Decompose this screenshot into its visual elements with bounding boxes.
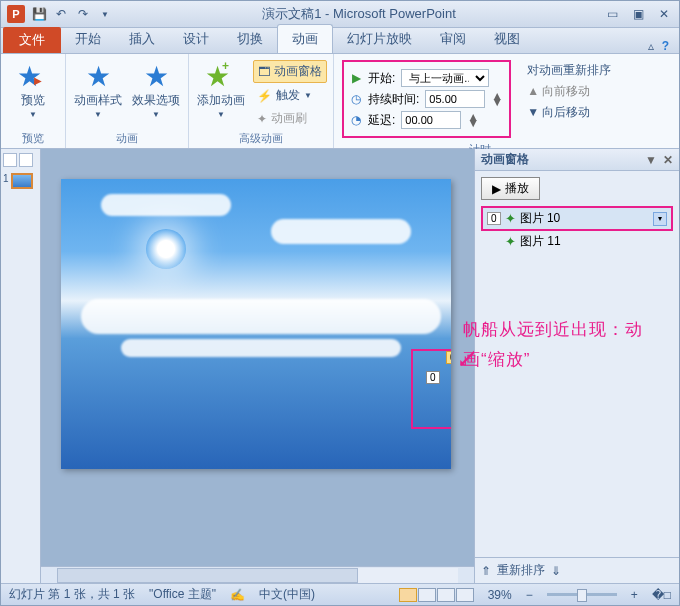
style-star-icon: ★ — [82, 60, 114, 92]
horizontal-scrollbar[interactable] — [41, 566, 474, 583]
statusbar: 幻灯片 第 1 张，共 1 张 "Office 主题" ✍ 中文(中国) 39%… — [1, 583, 679, 605]
pane-dropdown-icon[interactable]: ▼ — [645, 153, 657, 167]
workspace: 1 0 0 帆船从远到近出现：动画“缩放 — [1, 149, 679, 583]
add-star-icon: ★+ — [205, 60, 237, 92]
reorder-up-icon[interactable]: ⇑ — [481, 564, 491, 578]
ribbon-tabs: 文件 开始 插入 设计 切换 动画 幻灯片放映 审阅 视图 ▵ ? — [1, 28, 679, 54]
delay-spinner[interactable]: ▲▼ — [467, 114, 479, 126]
sun-graphic — [146, 229, 186, 269]
outline-tab-icon[interactable] — [19, 153, 33, 167]
qat-dropdown-icon[interactable]: ▼ — [95, 4, 115, 24]
animation-tag-1[interactable]: 0 — [426, 371, 440, 384]
theme-indicator: "Office 主题" — [149, 586, 216, 603]
tab-home[interactable]: 开始 — [61, 25, 115, 53]
group-timing: ▶ 开始: 与上一动画... ◷ 持续时间: ▲▼ ◔ 延迟: ▲▼ — [334, 54, 625, 148]
window-title: 演示文稿1 - Microsoft PowerPoint — [115, 5, 603, 23]
slide-thumbnail[interactable]: 1 — [3, 173, 38, 189]
pane-footer: ⇑ 重新排序 ⇓ — [475, 557, 679, 583]
animation-pane-button[interactable]: 🗔动画窗格 — [253, 60, 327, 83]
tab-review[interactable]: 审阅 — [426, 25, 480, 53]
language-indicator[interactable]: 中文(中国) — [259, 586, 315, 603]
tab-insert[interactable]: 插入 — [115, 25, 169, 53]
delay-label: 延迟: — [368, 112, 395, 129]
animation-item-selected[interactable]: 0 ✦ 图片 10 ▾ — [481, 206, 673, 231]
zoom-out-icon[interactable]: − — [526, 588, 533, 602]
spellcheck-icon[interactable]: ✍ — [230, 588, 245, 602]
slide-canvas-area[interactable]: 0 0 — [41, 149, 474, 583]
cloud-graphic — [101, 194, 231, 216]
window-controls: ▭ ▣ ✕ — [603, 5, 673, 23]
start-label: 开始: — [368, 70, 395, 87]
undo-icon[interactable]: ↶ — [51, 4, 71, 24]
maximize-icon[interactable]: ▣ — [629, 5, 647, 23]
zoom-slider[interactable] — [547, 593, 617, 596]
animation-style-button[interactable]: ★ 动画样式 ▼ — [72, 58, 124, 121]
zoom-level[interactable]: 39% — [488, 588, 512, 602]
effect-icon: ✦ — [505, 211, 516, 226]
thumb-preview — [11, 173, 33, 189]
tab-animations[interactable]: 动画 — [277, 24, 333, 53]
item-name: 图片 11 — [520, 233, 561, 250]
move-backward-button[interactable]: ▼ 向后移动 — [527, 104, 611, 121]
duration-clock-icon: ◷ — [350, 92, 362, 106]
tab-design[interactable]: 设计 — [169, 25, 223, 53]
reorder-down-icon[interactable]: ⇓ — [551, 564, 561, 578]
animation-tag-0[interactable]: 0 — [446, 351, 451, 364]
group-animation-label: 动画 — [72, 129, 182, 148]
add-animation-button[interactable]: ★+ 添加动画 ▼ — [195, 58, 247, 121]
effect-options-button[interactable]: ★ 效果选项 ▼ — [130, 58, 182, 121]
slides-tab-icon[interactable] — [3, 153, 17, 167]
reorder-label: 重新排序 — [497, 562, 545, 579]
cloud-graphic — [271, 219, 411, 244]
minimize-icon[interactable]: ▭ — [603, 5, 621, 23]
options-star-icon: ★ — [140, 60, 172, 92]
start-select[interactable]: 与上一动画... — [401, 69, 489, 87]
duration-spinner[interactable]: ▲▼ — [491, 93, 503, 105]
save-icon[interactable]: 💾 — [29, 4, 49, 24]
titlebar: P 💾 ↶ ↷ ▼ 演示文稿1 - Microsoft PowerPoint ▭… — [1, 1, 679, 28]
fit-window-icon[interactable]: �□ — [652, 588, 671, 602]
reading-view-icon[interactable] — [437, 588, 455, 602]
cloud-graphic — [121, 339, 401, 357]
ribbon-minimize-icon[interactable]: ▵ — [648, 39, 654, 53]
play-button[interactable]: ▶ 播放 — [481, 177, 540, 200]
tab-slideshow[interactable]: 幻灯片放映 — [333, 25, 426, 53]
move-forward-button: ▲ 向前移动 — [527, 83, 611, 100]
animation-painter-button[interactable]: ✦动画刷 — [253, 108, 327, 129]
pane-close-icon[interactable]: ✕ — [663, 153, 673, 167]
normal-view-icon[interactable] — [399, 588, 417, 602]
group-preview: ★▶ 预览▼ 预览 — [1, 54, 66, 148]
trigger-icon: ⚡ — [257, 89, 272, 103]
effect-icon: ✦ — [505, 234, 516, 249]
slide[interactable]: 0 0 — [61, 179, 451, 469]
tab-file[interactable]: 文件 — [3, 27, 61, 53]
group-advanced: ★+ 添加动画 ▼ 🗔动画窗格 ⚡触发 ▼ ✦动画刷 高级动画 — [189, 54, 334, 148]
group-animation: ★ 动画样式 ▼ ★ 效果选项 ▼ 动画 — [66, 54, 189, 148]
app-icon: P — [7, 5, 25, 23]
close-icon[interactable]: ✕ — [655, 5, 673, 23]
thumb-number: 1 — [3, 173, 9, 184]
redo-icon[interactable]: ↷ — [73, 4, 93, 24]
animation-item[interactable]: ✦ 图片 11 — [481, 231, 673, 252]
delay-input[interactable] — [401, 111, 461, 129]
app-window: P 💾 ↶ ↷ ▼ 演示文稿1 - Microsoft PowerPoint ▭… — [0, 0, 680, 606]
trigger-button[interactable]: ⚡触发 ▼ — [253, 85, 327, 106]
zoom-in-icon[interactable]: + — [631, 588, 638, 602]
ribbon: ★▶ 预览▼ 预览 ★ 动画样式 ▼ ★ 效果选项 ▼ 动画 — [1, 54, 679, 149]
pane-header: 动画窗格 ▼ ✕ — [475, 149, 679, 171]
reorder-panel: 对动画重新排序 ▲ 向前移动 ▼ 向后移动 — [519, 58, 619, 125]
tab-view[interactable]: 视图 — [480, 25, 534, 53]
cloud-graphic — [81, 299, 441, 334]
tab-transitions[interactable]: 切换 — [223, 25, 277, 53]
painter-icon: ✦ — [257, 112, 267, 126]
thumbnail-panel: 1 — [1, 149, 41, 583]
duration-label: 持续时间: — [368, 91, 419, 108]
preview-button[interactable]: ★▶ 预览▼ — [7, 58, 59, 121]
sorter-view-icon[interactable] — [418, 588, 436, 602]
duration-input[interactable] — [425, 90, 485, 108]
slideshow-view-icon[interactable] — [456, 588, 474, 602]
item-dropdown-icon[interactable]: ▾ — [653, 212, 667, 226]
help-icon[interactable]: ? — [662, 39, 669, 53]
delay-clock-icon: ◔ — [350, 113, 362, 127]
group-advanced-label: 高级动画 — [195, 129, 327, 148]
